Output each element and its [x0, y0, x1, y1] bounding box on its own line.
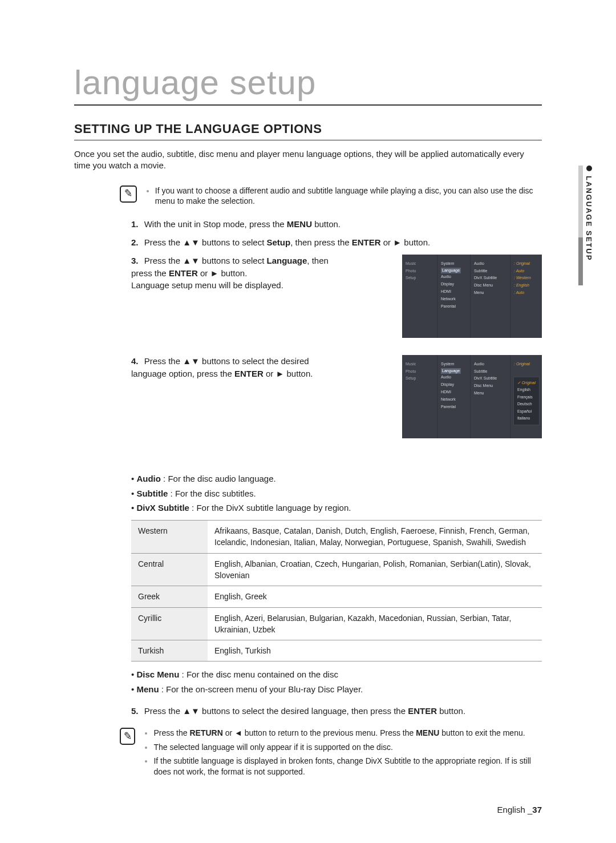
opt-divx: DivX Subtitle : For the DivX subtitle la… — [131, 502, 542, 514]
table-row: CentralEnglish, Albanian, Croatian, Czec… — [131, 553, 542, 586]
step-3: 3. Press the ▲▼ buttons to select Langua… — [131, 255, 542, 338]
table-row: TurkishEnglish, Turkish — [131, 640, 542, 662]
note-block-1: If you want to choose a different audio … — [120, 185, 542, 207]
opt-audio: Audio : For the disc audio language. — [131, 473, 542, 485]
region-table: WesternAfrikaans, Basque, Catalan, Danis… — [131, 520, 542, 662]
step-4: 4. Press the ▲▼ buttons to select the de… — [131, 355, 542, 696]
note-icon — [120, 185, 137, 203]
step-list: 1. With the unit in Stop mode, press the… — [131, 218, 542, 717]
screenshot-1: MusicPhotoSetupSystemLanguageAudioDispla… — [402, 255, 542, 338]
step-3-sub: Language setup menu will be displayed. — [131, 280, 283, 290]
page-footer: English _37 — [497, 805, 542, 814]
table-row: WesternAfrikaans, Basque, Catalan, Danis… — [131, 521, 542, 554]
table-row: CyrillicEnglish, Azeri, Belarusian, Bulg… — [131, 607, 542, 640]
screenshot-2: MusicPhotoSetupSystemLanguageAudioDispla… — [402, 355, 542, 438]
table-row: GreekEnglish, Greek — [131, 586, 542, 607]
step-1: 1. With the unit in Stop mode, press the… — [131, 218, 542, 231]
note-item: If the subtitle language is displayed in… — [153, 756, 542, 777]
step-5: 5. Press the ▲▼ buttons to select the de… — [131, 705, 542, 717]
opt-subtitle: Subtitle : For the disc subtitles. — [131, 487, 542, 500]
note-item: Press the RETURN or ◄ button to return t… — [153, 728, 542, 739]
note1-text: If you want to choose a different audio … — [155, 185, 542, 207]
side-tab-dot-icon — [586, 166, 592, 171]
side-tab-label: LANGUAGE SETUP — [585, 166, 593, 261]
note-item: The selected language will only appear i… — [153, 742, 542, 753]
section-heading: SETTING UP THE LANGUAGE OPTIONS — [74, 122, 542, 140]
opt-menu: Menu : For the on-screen menu of your Bl… — [131, 683, 542, 696]
side-tab-bars — [578, 166, 583, 285]
step-2: 2. Press the ▲▼ buttons to select Setup,… — [131, 236, 542, 249]
opt-discmenu: Disc Menu : For the disc menu contained … — [131, 668, 542, 681]
note-block-2: Press the RETURN or ◄ button to return t… — [120, 728, 542, 781]
note-icon — [120, 728, 135, 745]
page-title: language setup — [74, 63, 542, 106]
intro-text: Once you set the audio, subtitle, disc m… — [74, 148, 542, 172]
